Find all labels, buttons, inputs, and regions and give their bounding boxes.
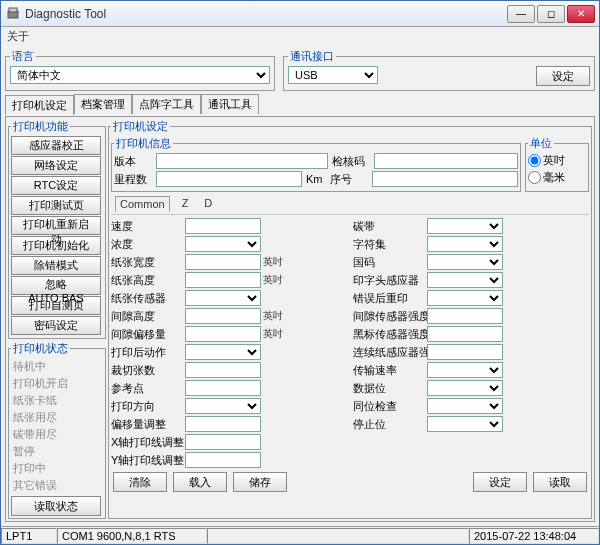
- printer-function-group: 打印机功能 感应器校正网络设定RTC设定打印测试页打印机重新启动打印机初始化除错…: [8, 119, 106, 339]
- version-label: 版本: [114, 154, 152, 169]
- status-item-5: 暂停: [11, 443, 103, 460]
- save-button[interactable]: 储存: [233, 472, 287, 492]
- menubar: 关于: [1, 27, 599, 45]
- comm-set-button[interactable]: 设定: [536, 66, 590, 86]
- param-right-0-input[interactable]: [427, 218, 503, 234]
- param-left-9-input[interactable]: [185, 380, 261, 396]
- params-right-col: 碳带字符集国码印字头感应器错误后重印间隙传感器强度黑标传感器强度连续纸感应器强度…: [353, 217, 589, 469]
- param-row: 数据位: [353, 379, 589, 397]
- param-right-10-input[interactable]: [427, 398, 503, 414]
- func-button-7[interactable]: 忽略 AUTO.BAS: [11, 276, 101, 295]
- set-button[interactable]: 设定: [473, 472, 527, 492]
- param-row: 停止位: [353, 415, 589, 433]
- func-button-4[interactable]: 打印机重新启动: [11, 216, 101, 235]
- param-right-2-input[interactable]: [427, 254, 503, 270]
- status-spacer: [207, 528, 469, 544]
- param-left-1-input[interactable]: [185, 236, 261, 252]
- window-buttons: — ◻ ✕: [507, 5, 595, 23]
- param-left-5-input[interactable]: [185, 308, 261, 324]
- func-button-5[interactable]: 打印机初始化: [11, 236, 101, 255]
- unit-group: 单位 英吋 毫米: [525, 136, 589, 192]
- param-right-11-input[interactable]: [427, 416, 503, 432]
- subtab-d[interactable]: D: [200, 196, 216, 212]
- mileage-field[interactable]: [156, 171, 302, 187]
- param-right-3-input[interactable]: [427, 272, 503, 288]
- param-right-7-input[interactable]: [427, 344, 503, 360]
- param-left-10-input[interactable]: [185, 398, 261, 414]
- param-label: Y轴打印线调整: [111, 453, 183, 468]
- param-left-4-input[interactable]: [185, 290, 261, 306]
- func-button-8[interactable]: 打印自测页: [11, 296, 101, 315]
- func-button-3[interactable]: 打印测试页: [11, 196, 101, 215]
- app-icon: [5, 6, 21, 22]
- param-right-1-input[interactable]: [427, 236, 503, 252]
- param-left-7-input[interactable]: [185, 344, 261, 360]
- param-label: 间隙传感器强度: [353, 309, 425, 324]
- comm-select[interactable]: USB: [288, 66, 378, 84]
- load-button[interactable]: 载入: [173, 472, 227, 492]
- param-row: 纸张宽度英吋: [111, 253, 347, 271]
- param-label: 传输速率: [353, 363, 425, 378]
- param-label: 裁切张数: [111, 363, 183, 378]
- read-status-button[interactable]: 读取状态: [11, 496, 101, 516]
- param-left-12-input[interactable]: [185, 434, 261, 450]
- param-label: 浓度: [111, 237, 183, 252]
- param-left-13-input[interactable]: [185, 452, 261, 468]
- tab-comm-tool[interactable]: 通讯工具: [201, 94, 259, 114]
- param-right-9-input[interactable]: [427, 380, 503, 396]
- maximize-button[interactable]: ◻: [537, 5, 565, 23]
- tab-bitmap-font[interactable]: 点阵字工具: [132, 94, 201, 114]
- param-row: 浓度: [111, 235, 347, 253]
- param-row: 打印后动作: [111, 343, 347, 361]
- close-button[interactable]: ✕: [567, 5, 595, 23]
- version-field[interactable]: [156, 153, 328, 169]
- param-row: 黑标传感器强度: [353, 325, 589, 343]
- param-left-6-input[interactable]: [185, 326, 261, 342]
- language-select[interactable]: 简体中文: [10, 66, 270, 84]
- status-port1: LPT1: [1, 528, 57, 544]
- checksum-field[interactable]: [374, 153, 518, 169]
- tab-printer-settings[interactable]: 打印机设定: [5, 95, 74, 115]
- param-label: 印字头感应器: [353, 273, 425, 288]
- param-row: Y轴打印线调整: [111, 451, 347, 469]
- param-left-0-input[interactable]: [185, 218, 261, 234]
- param-label: 字符集: [353, 237, 425, 252]
- printer-status-group: 打印机状态 待机中打印机开启纸张卡纸纸张用尽碳带用尽暂停打印中其它错误 读取状态: [8, 341, 106, 519]
- bottom-buttons: 清除 载入 储存 设定 读取: [111, 469, 589, 495]
- func-button-6[interactable]: 除错模式: [11, 256, 101, 275]
- minimize-button[interactable]: —: [507, 5, 535, 23]
- tab-file-manager[interactable]: 档案管理: [74, 94, 132, 114]
- param-right-8-input[interactable]: [427, 362, 503, 378]
- param-right-5-input[interactable]: [427, 308, 503, 324]
- param-left-8-input[interactable]: [185, 362, 261, 378]
- main-area: 打印机功能 感应器校正网络设定RTC设定打印测试页打印机重新启动打印机初始化除错…: [5, 116, 595, 522]
- func-button-0[interactable]: 感应器校正: [11, 136, 101, 155]
- subtab-z[interactable]: Z: [178, 196, 193, 212]
- param-row: 同位检查: [353, 397, 589, 415]
- param-right-6-input[interactable]: [427, 326, 503, 342]
- settings-legend: 打印机设定: [111, 119, 170, 134]
- func-legend: 打印机功能: [11, 119, 70, 134]
- unit-mm-radio[interactable]: [528, 171, 541, 184]
- param-right-4-input[interactable]: [427, 290, 503, 306]
- func-button-1[interactable]: 网络设定: [11, 156, 101, 175]
- param-label: 连续纸感应器强度: [353, 345, 425, 360]
- read-button[interactable]: 读取: [533, 472, 587, 492]
- menu-about[interactable]: 关于: [7, 29, 29, 44]
- func-button-9[interactable]: 密码设定: [11, 316, 101, 335]
- param-left-11-input[interactable]: [185, 416, 261, 432]
- param-label: 国码: [353, 255, 425, 270]
- param-unit: 英吋: [263, 273, 287, 287]
- unit-inch-radio[interactable]: [528, 154, 541, 167]
- clear-button[interactable]: 清除: [113, 472, 167, 492]
- param-label: X轴打印线调整: [111, 435, 183, 450]
- subtab-common[interactable]: Common: [115, 196, 170, 212]
- serial-field[interactable]: [372, 171, 518, 187]
- param-row: 传输速率: [353, 361, 589, 379]
- func-button-2[interactable]: RTC设定: [11, 176, 101, 195]
- svg-rect-1: [9, 8, 17, 12]
- param-left-3-input[interactable]: [185, 272, 261, 288]
- param-left-2-input[interactable]: [185, 254, 261, 270]
- param-label: 纸张宽度: [111, 255, 183, 270]
- param-row: 打印方向: [111, 397, 347, 415]
